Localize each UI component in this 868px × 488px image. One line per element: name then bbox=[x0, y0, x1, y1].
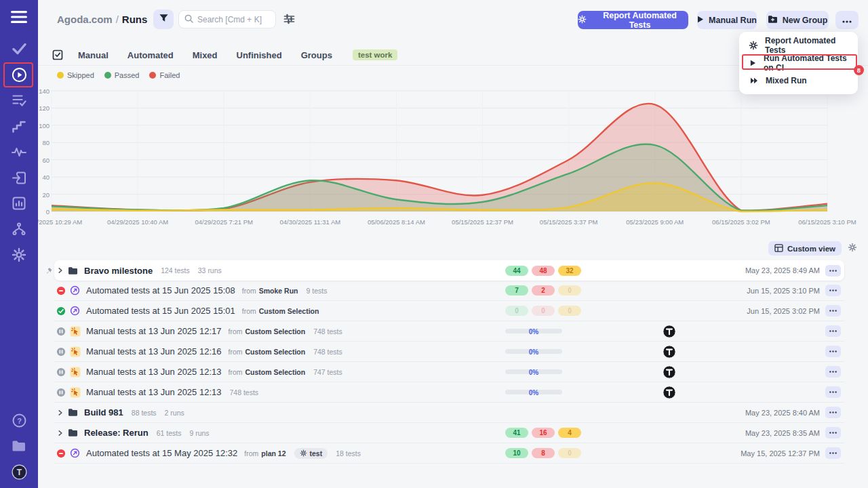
run-row[interactable]: Automated tests at 15 May 2025 12:32from… bbox=[54, 443, 844, 464]
menu-item-mixed-run[interactable]: Mixed Run bbox=[739, 72, 858, 89]
menu-item-report-automated-tests[interactable]: Report Automated Tests bbox=[739, 37, 858, 54]
sidebar-item-branches[interactable] bbox=[11, 222, 27, 239]
row-more-button[interactable] bbox=[825, 265, 841, 277]
projects-folder-icon bbox=[12, 439, 27, 455]
sidebar-item-settings[interactable] bbox=[11, 248, 27, 264]
row-more-button[interactable] bbox=[825, 427, 841, 439]
search-input[interactable] bbox=[197, 15, 270, 24]
from-value: plan 12 bbox=[261, 449, 285, 458]
sidebar-item-plans[interactable] bbox=[11, 94, 27, 110]
runs-page: ? T Agoda.com/Runs Report Automated Test… bbox=[0, 0, 868, 488]
new-group-button[interactable]: New Group bbox=[766, 11, 829, 29]
sidebar-bottom: ? T bbox=[11, 413, 27, 488]
row-more-button[interactable] bbox=[825, 407, 841, 418]
run-date: May 23, 2025 8:35 AM bbox=[745, 429, 820, 437]
custom-view-button[interactable]: Custom view bbox=[768, 241, 842, 256]
legend-item-passed[interactable]: Passed bbox=[104, 71, 140, 79]
failed-status-icon bbox=[56, 286, 66, 296]
group-tests-count: 124 tests bbox=[161, 266, 190, 274]
filter-button[interactable] bbox=[153, 9, 174, 29]
group-row[interactable]: Release: Rerun61 tests9 runs41164May 23,… bbox=[54, 423, 844, 443]
menu-item-run-automated-tests-on-ci[interactable]: Run Automated Tests on CI bbox=[739, 54, 858, 72]
run-row[interactable]: Manual tests at 13 Jun 2025 12:16fromCus… bbox=[54, 342, 844, 362]
sliders-icon[interactable] bbox=[283, 14, 295, 27]
row-more-button[interactable] bbox=[825, 366, 841, 378]
group-runs-count: 9 runs bbox=[189, 429, 209, 437]
row-more-button[interactable] bbox=[825, 386, 841, 398]
hamburger-icon[interactable] bbox=[11, 11, 27, 26]
sidebar-item-analytics[interactable] bbox=[11, 197, 27, 213]
select-runs-icon[interactable] bbox=[52, 49, 63, 60]
tab-manual[interactable]: Manual bbox=[78, 50, 108, 60]
run-row[interactable]: Manual tests at 13 Jun 2025 12:13fromCus… bbox=[54, 362, 844, 382]
assignee-avatar[interactable] bbox=[663, 325, 676, 338]
row-more-button[interactable] bbox=[825, 285, 841, 296]
row-more-button[interactable] bbox=[825, 305, 841, 317]
run-row[interactable]: Automated tests at 15 Jun 2025 15:08from… bbox=[54, 281, 844, 301]
manual-run-button[interactable]: Manual Run bbox=[697, 11, 757, 29]
sidebar-item-milestones[interactable] bbox=[11, 119, 27, 136]
legend-item-skipped[interactable]: Skipped bbox=[57, 71, 94, 79]
from-label: from bbox=[244, 449, 258, 458]
tab-automated[interactable]: Automated bbox=[127, 50, 174, 60]
red-count-badge: 48 bbox=[532, 266, 555, 276]
sidebar-item-tests[interactable] bbox=[11, 42, 27, 58]
header-more-button[interactable] bbox=[835, 11, 859, 29]
run-row[interactable]: Manual tests at 13 Jun 2025 12:17fromCus… bbox=[54, 321, 844, 342]
filter-tag-test-work[interactable]: test work bbox=[353, 49, 398, 60]
chevron-right-icon[interactable] bbox=[56, 430, 65, 436]
report-automated-tests-button[interactable]: Report Automated Tests bbox=[578, 11, 688, 29]
row-more-button[interactable] bbox=[825, 447, 841, 459]
sidebar-item-import[interactable] bbox=[11, 171, 27, 187]
group-row[interactable]: Build 98188 tests2 runsMay 23, 2025 8:40… bbox=[54, 403, 844, 423]
breadcrumb-project[interactable]: Agoda.com bbox=[57, 14, 113, 25]
x-tick-label: 06/15/2025 3:02 PM bbox=[712, 218, 770, 226]
sidebar-item-activity[interactable] bbox=[11, 145, 27, 161]
tab-mixed[interactable]: Mixed bbox=[193, 50, 218, 60]
green-count-badge: 0 bbox=[505, 306, 528, 316]
milestones-steps-icon bbox=[12, 120, 26, 136]
report-automated-tests-label: Report Automated Tests bbox=[591, 11, 688, 30]
tab-unfinished[interactable]: Unfinished bbox=[237, 50, 282, 60]
chevron-right-icon[interactable] bbox=[56, 267, 65, 274]
run-tag[interactable]: test bbox=[294, 448, 328, 459]
green-count-badge: 10 bbox=[505, 448, 528, 458]
run-date: May 23, 2025 8:40 AM bbox=[745, 409, 820, 417]
legend-label: Passed bbox=[115, 71, 140, 79]
tab-groups[interactable]: Groups bbox=[301, 50, 332, 60]
sidebar-item-projects[interactable] bbox=[11, 439, 27, 455]
sidebar-item-runs[interactable] bbox=[11, 68, 27, 84]
failed-status-icon bbox=[56, 449, 66, 458]
result-badges: 444832 bbox=[505, 266, 581, 276]
progress-label: 0% bbox=[529, 327, 538, 335]
chart-x-axis: 04/29/2025 10:29 AM04/29/2025 10:40 AM04… bbox=[38, 218, 868, 228]
from-value: Custom Selection bbox=[245, 327, 305, 336]
progress-bar: 0% bbox=[505, 369, 562, 374]
run-date: May 15, 2025 12:37 PM bbox=[741, 449, 820, 458]
row-more-button[interactable] bbox=[825, 325, 841, 337]
menu-item-label: Report Automated Tests bbox=[765, 36, 848, 55]
legend-item-failed[interactable]: Failed bbox=[149, 71, 180, 79]
progress-bar: 0% bbox=[505, 390, 562, 394]
tests-check-icon bbox=[12, 43, 26, 58]
x-tick-label: 05/15/2025 3:37 PM bbox=[540, 218, 598, 226]
runs-trend-chart bbox=[51, 87, 828, 213]
chart-legend: SkippedPassedFailed bbox=[57, 71, 180, 79]
manual-run-icon bbox=[69, 346, 81, 357]
search-icon bbox=[184, 14, 193, 26]
result-badges: 1080 bbox=[505, 448, 581, 458]
assignee-avatar[interactable] bbox=[663, 365, 676, 379]
user-avatar[interactable]: T bbox=[11, 464, 27, 480]
run-row[interactable]: Automated tests at 15 Jun 2025 15:01from… bbox=[54, 301, 844, 321]
x-tick-label: 04/29/2025 10:29 AM bbox=[38, 218, 82, 226]
folder-icon bbox=[67, 266, 79, 275]
assignee-avatar[interactable] bbox=[663, 345, 676, 359]
green-count-badge: 41 bbox=[505, 428, 528, 438]
chevron-right-icon[interactable] bbox=[56, 409, 65, 416]
sidebar-item-help[interactable]: ? bbox=[11, 413, 27, 430]
group-row[interactable]: Bravo milestone124 tests33 runs444832May… bbox=[54, 260, 844, 281]
view-settings-gear-icon[interactable] bbox=[848, 243, 857, 255]
assignee-avatar[interactable] bbox=[663, 386, 676, 399]
run-row[interactable]: Manual tests at 13 Jun 2025 12:13748 tes… bbox=[54, 382, 844, 403]
row-more-button[interactable] bbox=[825, 346, 841, 357]
